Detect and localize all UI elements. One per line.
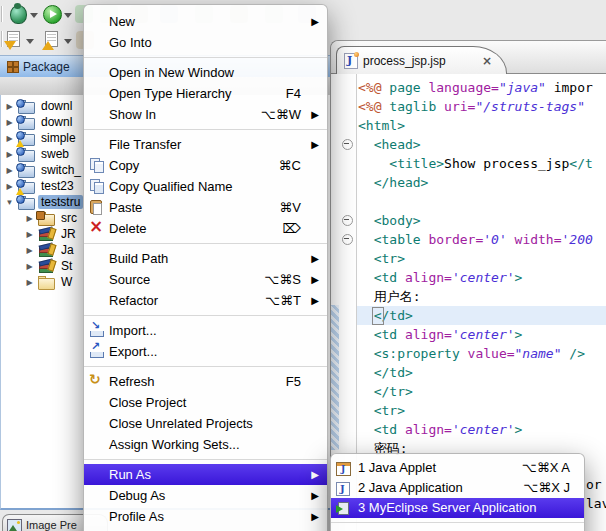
menu-item-profile-as[interactable]: Profile As▶ [84, 506, 327, 527]
menu-item-paste[interactable]: Paste⌘V [84, 197, 327, 218]
run-dropdown-chevron[interactable] [64, 13, 72, 18]
tree-item-w[interactable]: ▶W [25, 274, 75, 290]
expand-arrow-icon[interactable]: ▶ [5, 150, 14, 159]
menu-item-open-in-new-window[interactable]: Open in New Window [84, 62, 327, 83]
tree-item-jr[interactable]: ▶JR [25, 226, 79, 242]
menu-item-run-as[interactable]: Run As▶ [84, 464, 327, 485]
expand-arrow-icon[interactable]: ▶ [25, 278, 34, 287]
tree-item-downl[interactable]: ▶downl [5, 114, 75, 130]
expand-arrow-icon[interactable]: ▶ [25, 214, 34, 223]
tree-item-switch[interactable]: ▶switch_ [5, 162, 84, 178]
menu-item-2-java-application[interactable]: 2 Java Application⌥⌘X J [331, 478, 584, 498]
tree-item-label: W [58, 275, 75, 289]
tree-item-ja[interactable]: ▶Ja [25, 242, 77, 258]
expand-arrow-icon[interactable]: ▶ [5, 118, 14, 127]
menu-item-new[interactable]: New▶ [84, 11, 327, 32]
menu-item-open-type-hierarchy[interactable]: Open Type HierarchyF4 [84, 83, 327, 104]
close-icon[interactable]: × [482, 54, 492, 68]
copyq-icon [89, 179, 105, 194]
tab-package-explorer[interactable]: Package [2, 56, 78, 77]
web-project-icon [18, 196, 34, 209]
menu-item-refresh[interactable]: RefreshF5 [84, 371, 327, 392]
code-line: <body> [358, 211, 593, 230]
submenu-arrow-icon: ▶ [311, 269, 319, 290]
run-button[interactable] [43, 5, 63, 25]
menu-item-debug-as[interactable]: Debug As▶ [84, 485, 327, 506]
menu-shortcut: ⌥⌘S [264, 269, 301, 290]
expand-arrow-icon[interactable]: ▶ [5, 134, 14, 143]
menu-item-build-path[interactable]: Build Path▶ [84, 248, 327, 269]
menu-item-command-line-shell[interactable]: Command Line Shell [84, 527, 327, 531]
tab-process-jsp[interactable]: J process_jsp.jsp × [336, 46, 507, 74]
page-down-arrow-icon [7, 31, 20, 47]
menu-item-label: Copy Qualified Name [109, 179, 233, 194]
debug-dropdown-chevron[interactable] [30, 13, 38, 18]
menu-item-label: Close Unrelated Projects [109, 416, 253, 431]
fold-collapse-icon[interactable] [342, 234, 353, 245]
menu-item-label: Run As [109, 467, 151, 482]
fold-collapse-icon[interactable] [342, 215, 353, 226]
jsp-file-icon: J [344, 53, 358, 69]
image-preview-label: Image Pre [26, 519, 77, 531]
code-line: </td> [358, 363, 593, 382]
tree-item-src[interactable]: ▶src [25, 210, 80, 226]
menu-item-label: Profile As [109, 509, 164, 524]
menu-item-go-into[interactable]: Go Into [84, 32, 327, 53]
menu-item-file-transfer[interactable]: File Transfer▶ [84, 134, 327, 155]
expand-arrow-icon[interactable]: ▶ [5, 102, 14, 111]
tree-item-teststru[interactable]: ▼teststru [5, 194, 83, 210]
editor-tab-label: process_jsp.jsp [363, 54, 446, 68]
menu-item-import[interactable]: Import... [84, 320, 327, 341]
menu-item-show-in[interactable]: Show In⌥⌘W▶ [84, 104, 327, 125]
copy-icon [89, 158, 105, 173]
fold-collapse-icon[interactable] [342, 139, 353, 150]
dropdown-chevron[interactable] [64, 39, 72, 44]
menu-item-close-unrelated-projects[interactable]: Close Unrelated Projects [84, 413, 327, 434]
menu-item-assign-working-sets[interactable]: Assign Working Sets... [84, 434, 327, 455]
menu-item-label: Open in New Window [109, 65, 234, 80]
dropdown-chevron[interactable] [26, 39, 34, 44]
menu-item-copy-qualified-name[interactable]: Copy Qualified Name [84, 176, 327, 197]
tree-item-test23[interactable]: ▶test23 [5, 178, 77, 194]
expand-arrow-icon[interactable]: ▶ [5, 166, 14, 175]
expand-arrow-icon[interactable]: ▶ [25, 230, 34, 239]
submenu-arrow-icon: ▶ [311, 248, 319, 269]
folder-icon [38, 276, 54, 289]
code-line: <%@ page language="java" impor [358, 78, 593, 97]
code-view[interactable]: <%@ page language="java" impor<%@ taglib… [358, 78, 593, 458]
export-breakpoints-button[interactable] [45, 31, 65, 51]
tree-item-label: downl [38, 115, 75, 129]
menu-item-copy[interactable]: Copy⌘C [84, 155, 327, 176]
menu-item-close-project[interactable]: Close Project [84, 392, 327, 413]
menu-item-label: 3 MyEclipse Server Application [358, 500, 536, 515]
collapse-arrow-icon[interactable]: ▼ [5, 198, 14, 207]
menu-item-label: Assign Working Sets... [109, 437, 240, 452]
menu-item-label: Show In [109, 107, 156, 122]
tree-item-simple[interactable]: ▶simple [5, 130, 79, 146]
image-icon [7, 519, 22, 531]
menu-item-3-myeclipse-server-application[interactable]: 3 MyEclipse Server Application [331, 498, 584, 518]
code-line: <html> [358, 116, 593, 135]
menu-item-label: New [109, 14, 135, 29]
tree-item-downl[interactable]: ▶downl [5, 98, 75, 114]
tree-item-sweb[interactable]: ▶sweb [5, 146, 72, 162]
menu-item-1-java-applet[interactable]: 1 Java Applet⌥⌘X A [331, 458, 584, 478]
debug-button[interactable] [10, 5, 30, 25]
web-project-warning-icon [18, 180, 34, 193]
menu-item-export[interactable]: Export... [84, 341, 327, 362]
run-icon [43, 5, 62, 24]
menu-item-source[interactable]: Source⌥⌘S▶ [84, 269, 327, 290]
menu-item-label: Delete [109, 221, 147, 236]
tree-item-label: St [58, 259, 75, 273]
expand-arrow-icon[interactable]: ▶ [25, 246, 34, 255]
submenu-arrow-icon: ▶ [311, 485, 319, 506]
expand-arrow-icon[interactable]: ▶ [5, 182, 14, 191]
menu-item-label: Refresh [109, 374, 155, 389]
menu-item-refactor[interactable]: Refactor⌥⌘T▶ [84, 290, 327, 311]
menu-item-label: Import... [109, 323, 157, 338]
source-folder-icon [38, 212, 54, 225]
expand-arrow-icon[interactable]: ▶ [25, 262, 34, 271]
menu-item-delete[interactable]: Delete⌦ [84, 218, 327, 239]
tree-item-st[interactable]: ▶St [25, 258, 75, 274]
import-breakpoints-button[interactable] [7, 31, 27, 51]
